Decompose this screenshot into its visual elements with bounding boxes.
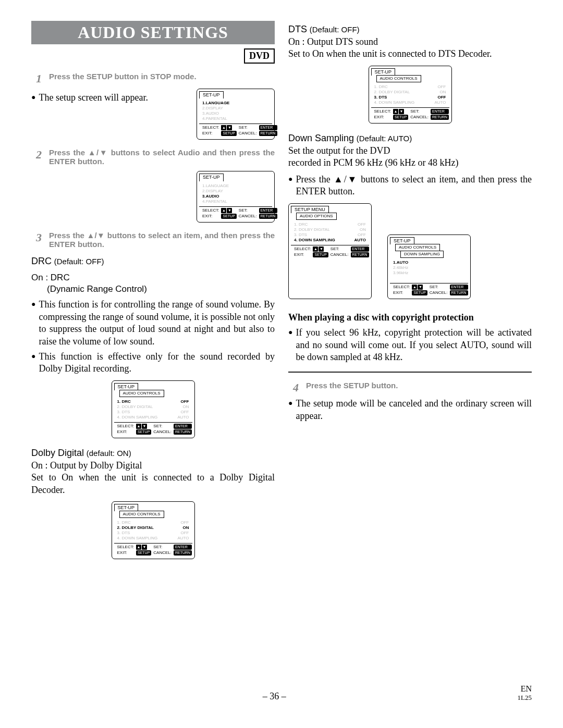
dts-heading: DTS [288,24,307,34]
dts-default: (Default: OFF) [310,25,360,34]
dolby-on-line: On : Output by Dolby Digital [31,460,275,472]
step-number: 1 [31,72,42,85]
ds-line1: Set the output for the DVD [288,145,532,157]
step-text: Press the SETUP button in STOP mode. [49,72,275,81]
osd-tab: SET-UP [199,91,224,98]
step-number: 2 [31,148,42,162]
body-text: If you select 96 kHz, copyright protecti… [296,327,532,363]
footer-code: 1L25 [518,694,532,702]
page-number: – 36 – [263,691,286,702]
copyright-heading: When playing a disc with copyright prote… [288,312,532,324]
osd-panel-dts: SET-UP AUDIO CONTROLS 1. DRCOFF 2. DOLBY… [369,66,452,124]
osd-panel-ds-sel: SETUP MENU AUDIO OPTIONS 1. DRCOFF 2. DO… [288,203,372,299]
body-text: Press the ▲/▼ buttons to select an item,… [296,174,532,198]
osd-panel-drc: SET-UP AUDIO CONTROLS 1. DRCOFF 2. DOLBY… [112,380,195,438]
osd-panel-root: SET-UP 1.LANGUAGE 2.DISPLAY 3.AUDIO 4.PA… [197,89,275,140]
drc-subtitle: (Dynamic Range Control) [31,283,275,295]
separator [288,372,532,373]
media-badge: DVD [244,48,275,64]
page-footer: – 36 – EN 1L25 [31,684,532,702]
dts-on-line: On : Output DTS sound [288,36,532,48]
section-title: AUDIO SETTINGS [31,21,275,44]
dolby-default: (default: ON) [87,449,131,458]
ds-heading: Down Sampling [288,133,354,143]
ds-default: (Default: AUTO) [357,134,412,143]
osd-panel-dolby: SET-UP AUDIO CONTROLS 1. DRCOFF 2. DOLBY… [112,501,195,559]
dts-note: Set to On when the unit is connected to … [288,48,532,60]
drc-heading: DRC [31,256,52,266]
body-text: This function is effective only for the … [39,351,275,375]
step-text: Press the SETUP button. [306,381,532,390]
osd-footer: SELECT:▲▼ SET:ENTER EXIT:SETUP CANCEL:RE… [199,124,272,137]
footer-lang: EN [521,684,532,693]
step-text: Press the ▲/▼ buttons to select Audio an… [49,148,275,166]
ds-line2: recorded in PCM 96 kHz (96 kHz or 48 kHz… [288,157,532,169]
step-number: 3 [31,231,42,244]
drc-on-line: On : DRC [31,272,275,284]
dolby-heading: Dolby Digital [31,448,84,458]
osd-panel-root-audio: SET-UP 1.LANGUAGE 2.DISPLAY 3.AUDIO 4.PA… [197,171,275,222]
body-text: This function is for controlling the ran… [39,299,275,348]
osd-panel-ds-opts: SET-UP AUDIO CONTROLS DOWN SAMPLING 1.AU… [387,235,471,299]
body-text: The setup screen will appear. [39,92,186,104]
step-number: 4 [288,381,299,394]
drc-default: (Default: OFF) [54,257,104,266]
step-text: Press the ▲/▼ buttons to select an item,… [49,231,275,249]
body-text: The setup mode will be canceled and the … [296,398,532,422]
dolby-note: Set to On when the unit is connected to … [31,472,275,496]
